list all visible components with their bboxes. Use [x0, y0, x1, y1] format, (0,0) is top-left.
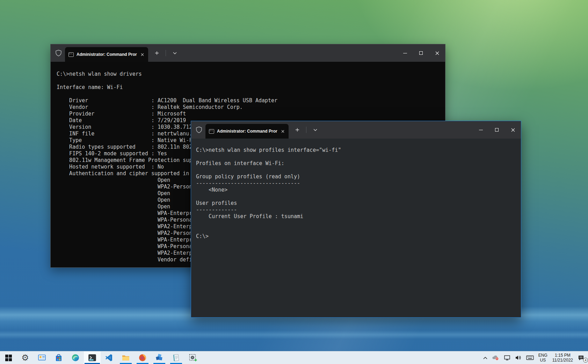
language-code: ENG	[538, 353, 547, 358]
tray-touch-keyboard[interactable]	[524, 351, 536, 364]
minimize-button[interactable]	[473, 121, 489, 139]
tray-notifications[interactable]: 4	[575, 351, 588, 364]
tab-dropdown-button[interactable]	[169, 47, 181, 59]
system-tray: ENG US 1:15 PM 11/21/2022 4	[481, 351, 588, 364]
keyboard-icon	[526, 355, 534, 361]
close-button[interactable]	[429, 44, 445, 62]
taskbar-app-terminal[interactable]	[84, 351, 101, 364]
taskbar: ⚙	[0, 351, 588, 364]
titlebar-separator	[306, 127, 306, 133]
taskbar-app-system-monitor[interactable]	[34, 351, 50, 364]
system-monitor-icon	[38, 354, 46, 362]
tray-clock[interactable]: 1:15 PM 11/21/2022	[550, 351, 575, 364]
folder-icon	[122, 354, 130, 362]
edge-icon	[71, 354, 80, 362]
cmd-icon: C:\	[209, 129, 214, 134]
maximize-button[interactable]	[413, 44, 429, 62]
admin-shield-icon	[55, 50, 62, 57]
terminal-icon	[88, 354, 96, 362]
tab-close-icon[interactable]	[138, 51, 146, 58]
maximize-button[interactable]	[489, 121, 505, 139]
tray-onedrive[interactable]	[490, 351, 502, 364]
taskbar-app-screenshot-tool[interactable]	[184, 351, 201, 364]
tab-administrator-command-prompt[interactable]: C:\ Administrator: Command Pror	[205, 124, 289, 139]
tray-chevron-up[interactable]	[481, 351, 490, 364]
tab-administrator-command-prompt[interactable]: C:\ Administrator: Command Pror	[65, 47, 148, 62]
tab-close-icon[interactable]	[279, 127, 286, 135]
new-tab-button[interactable]	[151, 47, 163, 59]
taskbar-app-vscode[interactable]	[101, 351, 117, 364]
3d-app-icon	[155, 354, 164, 362]
cmd-icon: C:\	[68, 52, 74, 57]
start-button[interactable]	[0, 351, 17, 364]
new-tab-button[interactable]	[291, 124, 303, 136]
network-icon	[504, 355, 511, 361]
microsoft-store-icon	[55, 354, 63, 362]
firefox-icon	[138, 354, 147, 362]
gear-icon: ⚙	[21, 354, 29, 362]
windows-logo-icon	[5, 355, 12, 361]
clock-date: 11/21/2022	[552, 358, 573, 363]
terminal-output-front[interactable]: C:\>netsh wlan show profiles interface="…	[191, 139, 521, 317]
caption-buttons	[473, 121, 521, 139]
svg-text:C:\: C:\	[210, 129, 213, 132]
svg-text:C:\: C:\	[69, 53, 72, 55]
notification-badge: 4	[583, 358, 588, 363]
tray-volume[interactable]	[513, 351, 524, 364]
admin-shield-icon	[196, 126, 202, 133]
taskbar-app-firefox[interactable]	[134, 351, 151, 364]
taskbar-app-notepad[interactable]	[168, 351, 184, 364]
clock-time: 1:15 PM	[555, 353, 571, 358]
titlebar-separator	[166, 50, 166, 56]
terminal-window-front: C:\ Administrator: Command Pror	[191, 121, 521, 318]
tab-dropdown-button[interactable]	[309, 124, 321, 136]
taskbar-app-microsoft-store[interactable]	[50, 351, 67, 364]
taskbar-app-file-explorer[interactable]	[117, 351, 134, 364]
caption-buttons	[397, 44, 445, 62]
wallpaper-light-streak-2	[0, 330, 588, 339]
tray-language[interactable]: ENG US	[536, 351, 550, 364]
tray-network[interactable]	[502, 351, 513, 364]
minimize-button[interactable]	[397, 44, 413, 62]
tab-title: Administrator: Command Pror	[77, 52, 138, 57]
taskbar-app-settings[interactable]: ⚙	[17, 351, 34, 364]
tab-title: Administrator: Command Pror	[217, 129, 279, 134]
onedrive-cloud-error-icon	[492, 355, 500, 361]
titlebar-front[interactable]: C:\ Administrator: Command Pror	[191, 121, 521, 139]
language-region: US	[540, 358, 546, 363]
desktop-wallpaper: C:\ Administrator: Command Pror	[0, 0, 588, 364]
taskbar-app-3d-viewer[interactable]	[151, 351, 168, 364]
close-button[interactable]	[505, 121, 521, 139]
screenshot-tool-icon	[189, 354, 197, 362]
notepad-icon	[172, 354, 180, 362]
taskbar-app-edge[interactable]	[67, 351, 84, 364]
titlebar-back[interactable]: C:\ Administrator: Command Pror	[51, 44, 445, 62]
vscode-icon	[105, 354, 113, 362]
chevron-up-icon	[483, 356, 488, 359]
speaker-icon	[515, 355, 522, 361]
